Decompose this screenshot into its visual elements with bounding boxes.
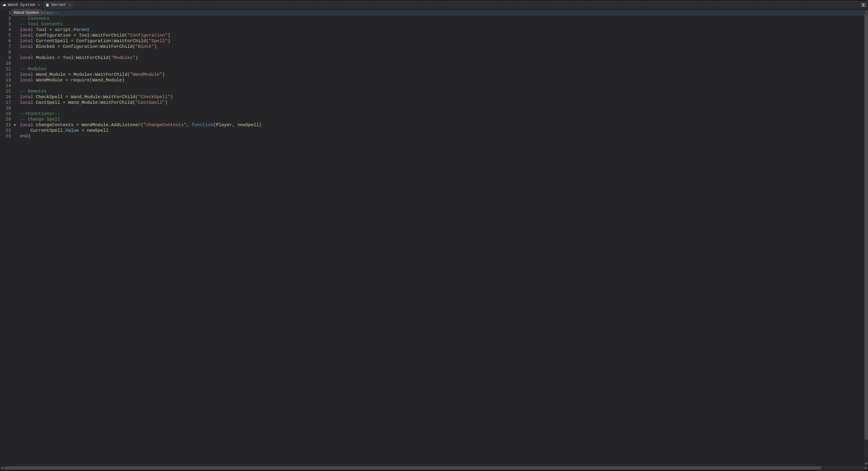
code-token: , bbox=[232, 122, 238, 127]
code-token bbox=[33, 27, 36, 32]
code-line[interactable] bbox=[18, 61, 864, 66]
code-line[interactable]: local CurrentSpell = Configuration:WaitF… bbox=[18, 38, 864, 44]
code-line[interactable]: CurrentSpell.Value = newSpell bbox=[18, 128, 864, 133]
code-area[interactable]: --<Variables>---- Contents-- Tool Conten… bbox=[18, 9, 864, 466]
scroll-up-arrow-icon[interactable]: ▲ bbox=[864, 9, 868, 13]
code-line[interactable]: local Modules = Tool:WaitForChild("Modul… bbox=[18, 55, 864, 61]
line-number[interactable]: 15 bbox=[0, 89, 11, 94]
code-line[interactable]: -- Modules bbox=[18, 66, 864, 72]
code-token bbox=[46, 27, 49, 32]
line-number[interactable]: 4 bbox=[0, 27, 11, 33]
vertical-scrollbar[interactable]: ▲ ▼ bbox=[864, 9, 868, 466]
line-number[interactable]: 13 bbox=[0, 77, 11, 83]
line-number[interactable]: 14 bbox=[0, 83, 11, 89]
code-token: ) bbox=[28, 134, 30, 139]
code-token: WandModule bbox=[36, 77, 63, 83]
line-number[interactable]: 3 bbox=[0, 22, 11, 27]
code-token bbox=[84, 128, 87, 133]
tab-wand-system[interactable]: Wand System × bbox=[0, 1, 43, 9]
scroll-thumb[interactable] bbox=[4, 466, 821, 470]
line-number[interactable]: 23 bbox=[0, 133, 11, 139]
line-number[interactable]: 5 bbox=[0, 33, 11, 38]
code-line[interactable]: -- Change Spell bbox=[18, 117, 864, 122]
code-token: "Configuration" bbox=[127, 33, 167, 38]
code-line[interactable] bbox=[18, 105, 864, 111]
line-number[interactable]: 8 bbox=[0, 50, 11, 55]
code-line[interactable]: local changeContexts = WandModule.AddLis… bbox=[18, 122, 864, 128]
line-number[interactable]: 11 bbox=[0, 66, 11, 72]
line-number[interactable]: 10 bbox=[0, 61, 11, 66]
code-line[interactable]: -- Remotes bbox=[18, 89, 864, 94]
line-number[interactable]: 7 bbox=[0, 44, 11, 50]
code-line[interactable] bbox=[18, 50, 864, 55]
line-number[interactable]: 19 bbox=[0, 111, 11, 117]
code-line[interactable] bbox=[18, 83, 864, 89]
code-token: Tool bbox=[36, 27, 46, 32]
scroll-thumb[interactable] bbox=[864, 13, 868, 440]
line-number[interactable]: 22 bbox=[0, 128, 11, 133]
code-token bbox=[63, 94, 65, 99]
code-token: local bbox=[20, 94, 33, 99]
line-number[interactable]: 18 bbox=[0, 105, 11, 111]
line-number[interactable]: 16 bbox=[0, 94, 11, 100]
code-line[interactable]: local Blocked = Configuration:WaitForChi… bbox=[18, 44, 864, 50]
code-token: -- Modules bbox=[20, 66, 46, 71]
code-line[interactable]: -- Contents bbox=[18, 16, 864, 22]
code-token: local bbox=[20, 72, 33, 77]
code-token bbox=[79, 122, 82, 127]
line-number[interactable]: 12 bbox=[0, 72, 11, 77]
code-token: Player bbox=[216, 122, 232, 127]
code-line[interactable]: --<Variables>-- bbox=[18, 10, 864, 16]
code-token: Tool bbox=[63, 55, 73, 60]
script-icon bbox=[45, 3, 50, 7]
fold-toggle-icon[interactable]: ▼ bbox=[14, 123, 16, 127]
code-token: WaitForChild bbox=[76, 55, 108, 60]
line-number[interactable]: 6 bbox=[0, 38, 11, 44]
scroll-left-arrow-icon[interactable]: ◀ bbox=[0, 466, 4, 470]
code-line[interactable]: local Configuration = Tool:WaitForChild(… bbox=[18, 33, 864, 38]
line-number[interactable]: 1 bbox=[0, 10, 11, 16]
line-number[interactable]: 20 bbox=[0, 117, 11, 122]
code-line[interactable]: local Tool = script.Parent bbox=[18, 27, 864, 33]
code-token: "Block" bbox=[135, 44, 154, 49]
tab-bar: Wand System × Server × Wand System bbox=[0, 1, 868, 9]
code-line[interactable]: local Wand_Module = Modules:WaitForChild… bbox=[18, 72, 864, 77]
horizontal-scrollbar[interactable]: ◀ ▶ bbox=[0, 466, 868, 470]
code-line[interactable]: local WandModule = require(Wand_Module) bbox=[18, 77, 864, 83]
code-token: = bbox=[65, 77, 68, 83]
scroll-right-arrow-icon[interactable]: ▶ bbox=[864, 466, 868, 470]
code-token: = bbox=[73, 33, 76, 38]
code-token: Wand_Module bbox=[68, 100, 98, 105]
scroll-track[interactable] bbox=[864, 13, 868, 462]
tab-label: Server bbox=[51, 3, 66, 7]
line-number[interactable]: 21 bbox=[0, 122, 11, 128]
code-token: -- Contents bbox=[20, 16, 49, 21]
fold-gutter[interactable]: ▼ bbox=[13, 9, 18, 466]
code-token bbox=[71, 72, 73, 77]
scroll-down-arrow-icon[interactable]: ▼ bbox=[864, 462, 868, 466]
code-token bbox=[55, 44, 57, 49]
code-token: --<Functions>-- bbox=[20, 111, 60, 116]
line-number[interactable]: 9 bbox=[0, 55, 11, 61]
code-line[interactable]: local CastSpell = Wand_Module:WaitForChi… bbox=[18, 100, 864, 105]
code-token: : bbox=[98, 44, 100, 49]
line-number[interactable]: 2 bbox=[0, 16, 11, 22]
close-icon[interactable]: × bbox=[68, 3, 71, 7]
code-line[interactable]: end) bbox=[18, 133, 864, 139]
tab-server[interactable]: Server × bbox=[43, 1, 74, 9]
split-editor-button[interactable] bbox=[859, 1, 868, 9]
code-token bbox=[33, 72, 36, 77]
code-token: local bbox=[20, 77, 33, 83]
line-number[interactable]: 17 bbox=[0, 100, 11, 105]
code-token: Modules bbox=[36, 55, 55, 60]
code-token: WaitForChild bbox=[103, 94, 135, 99]
code-line[interactable]: --<Functions>-- bbox=[18, 111, 864, 117]
code-token: = bbox=[63, 100, 65, 105]
code-line[interactable]: local CheckSpell = Wand_Module:WaitForCh… bbox=[18, 94, 864, 100]
svg-rect-2 bbox=[47, 5, 48, 5]
line-number-gutter[interactable]: 1234567891011121314151617181920212223 bbox=[0, 9, 13, 466]
code-line[interactable]: -- Tool Contents bbox=[18, 22, 864, 27]
close-icon[interactable]: × bbox=[37, 3, 40, 7]
code-token: WaitForChild bbox=[95, 72, 127, 77]
scroll-track[interactable] bbox=[4, 466, 864, 470]
